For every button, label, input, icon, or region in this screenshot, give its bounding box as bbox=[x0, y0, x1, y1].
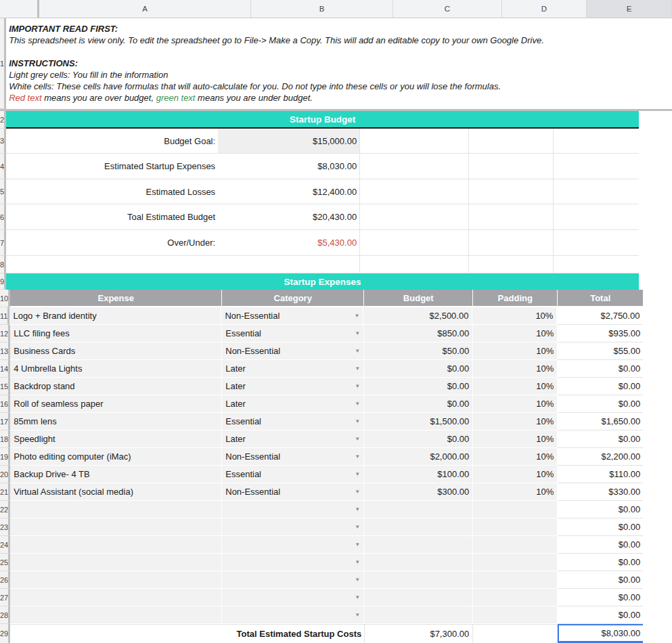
padding-percent-cell[interactable]: 10% bbox=[473, 360, 558, 378]
total-costs-label-cell[interactable]: Total Estimated Startup Costs bbox=[10, 624, 364, 643]
budget-amount-cell[interactable]: $0.00 bbox=[364, 360, 473, 378]
row-header[interactable]: 6 bbox=[0, 204, 6, 230]
category-cell[interactable]: ▼ bbox=[222, 518, 364, 536]
budget-amount-cell[interactable]: $2,000.00 bbox=[364, 448, 473, 466]
category-dropdown-icon[interactable]: ▼ bbox=[355, 349, 360, 354]
budget-label-cell[interactable]: Estimated Losses bbox=[6, 179, 218, 204]
expense-name-cell[interactable] bbox=[10, 554, 222, 571]
expense-name-cell[interactable]: Speedlight bbox=[10, 430, 222, 448]
budget-amount-cell[interactable] bbox=[364, 606, 473, 624]
expense-name-cell[interactable]: Virtual Assistant (social media) bbox=[10, 483, 222, 501]
total-amount-cell[interactable]: $0.00 bbox=[558, 536, 643, 554]
header-budget-cell[interactable]: Budget bbox=[364, 290, 473, 307]
category-dropdown-icon[interactable]: ▼ bbox=[355, 542, 360, 548]
row-header[interactable]: 26 bbox=[0, 571, 10, 589]
empty-cell-d[interactable] bbox=[469, 204, 554, 230]
category-dropdown-icon[interactable]: ▼ bbox=[355, 472, 360, 477]
row-header[interactable]: 28 bbox=[0, 606, 10, 624]
category-cell[interactable]: Non-Essential▼ bbox=[222, 448, 364, 466]
empty-cell-c[interactable] bbox=[360, 154, 469, 179]
category-cell[interactable]: Essential▼ bbox=[222, 466, 364, 483]
category-dropdown-icon[interactable]: ▼ bbox=[355, 437, 360, 442]
empty-cell-c[interactable] bbox=[360, 230, 469, 256]
padding-percent-cell[interactable] bbox=[473, 518, 558, 536]
empty-cell-e[interactable] bbox=[554, 179, 639, 204]
category-dropdown-icon[interactable]: ▼ bbox=[355, 331, 360, 336]
total-amount-cell[interactable]: $55.00 bbox=[558, 342, 643, 360]
expenses-section-title-cell[interactable]: Startup Expenses bbox=[6, 273, 639, 290]
empty-cell-c[interactable] bbox=[360, 256, 469, 273]
row-header[interactable]: 13 bbox=[0, 342, 10, 360]
empty-cell-e[interactable] bbox=[554, 256, 639, 273]
header-category-cell[interactable]: Category bbox=[222, 290, 364, 307]
category-dropdown-icon[interactable]: ▼ bbox=[355, 419, 360, 424]
budget-amount-cell[interactable]: $50.00 bbox=[364, 342, 473, 360]
empty-cell-d[interactable] bbox=[469, 230, 554, 256]
budget-label-cell[interactable]: Over/Under: bbox=[6, 230, 218, 256]
row-header[interactable]: 15 bbox=[0, 378, 10, 395]
category-dropdown-icon[interactable]: ▼ bbox=[355, 595, 360, 600]
budget-section-title-cell[interactable]: Startup Budget bbox=[6, 111, 639, 129]
row-header[interactable]: 3 bbox=[0, 129, 6, 154]
total-amount-cell[interactable]: $110.00 bbox=[558, 466, 643, 483]
budget-amount-cell[interactable]: $0.00 bbox=[364, 378, 473, 395]
padding-percent-cell[interactable]: 10% bbox=[473, 342, 558, 360]
row-header[interactable]: 24 bbox=[0, 536, 10, 554]
padding-percent-cell[interactable]: 10% bbox=[473, 483, 558, 501]
padding-percent-cell[interactable] bbox=[473, 501, 558, 518]
expense-name-cell[interactable] bbox=[10, 571, 222, 589]
padding-percent-cell[interactable]: 10% bbox=[473, 395, 558, 413]
budget-label-cell[interactable]: Toal Estimated Budget bbox=[6, 204, 218, 230]
category-cell[interactable]: ▼ bbox=[222, 589, 364, 606]
total-amount-cell[interactable]: $0.00 bbox=[558, 378, 643, 395]
row-header[interactable]: 25 bbox=[0, 554, 10, 571]
empty-cell-d[interactable] bbox=[469, 129, 554, 154]
padding-percent-cell[interactable]: 10% bbox=[473, 413, 558, 430]
row-header-2[interactable]: 2 bbox=[0, 111, 6, 129]
total-amount-cell[interactable]: $1,650.00 bbox=[558, 413, 643, 430]
empty-cell-e[interactable] bbox=[554, 129, 639, 154]
empty-cell-e[interactable] bbox=[554, 204, 639, 230]
row-header[interactable]: 11 bbox=[0, 307, 9, 325]
budget-amount-cell[interactable]: $1,500.00 bbox=[364, 413, 473, 430]
budget-amount-cell[interactable]: $300.00 bbox=[364, 483, 473, 501]
category-cell[interactable]: ▼ bbox=[222, 606, 364, 624]
expense-name-cell[interactable]: Backup Drive- 4 TB bbox=[10, 466, 222, 483]
padding-percent-cell[interactable] bbox=[473, 606, 558, 624]
row-header[interactable]: 12 bbox=[0, 325, 10, 342]
padding-percent-cell[interactable] bbox=[473, 536, 558, 554]
category-dropdown-icon[interactable]: ▼ bbox=[355, 560, 360, 565]
cell-a1-notice[interactable]: IMPORTANT READ FIRST: This spreadsheet i… bbox=[6, 18, 639, 109]
expense-name-cell[interactable]: Photo editing computer (iMac) bbox=[10, 448, 222, 466]
category-dropdown-icon[interactable]: ▼ bbox=[355, 313, 360, 319]
row-header[interactable]: 22 bbox=[0, 501, 10, 518]
row-header[interactable]: 19 bbox=[0, 448, 10, 466]
budget-value-cell[interactable]: $15,000.00 bbox=[218, 129, 360, 154]
expense-name-cell[interactable]: 85mm lens bbox=[10, 413, 222, 430]
column-header-d[interactable]: D bbox=[502, 0, 587, 18]
budget-label-cell[interactable] bbox=[6, 256, 218, 273]
total-amount-cell[interactable]: $2,200.00 bbox=[558, 448, 643, 466]
budget-amount-cell[interactable] bbox=[364, 554, 473, 571]
budget-value-cell[interactable]: $20,430.00 bbox=[218, 204, 360, 230]
budget-amount-cell[interactable]: $850.00 bbox=[364, 325, 473, 342]
category-cell[interactable]: ▼ bbox=[222, 554, 364, 571]
row-header-29[interactable]: 29 bbox=[0, 624, 10, 643]
expense-name-cell[interactable] bbox=[10, 501, 222, 518]
expense-name-cell[interactable]: Backdrop stand bbox=[10, 378, 222, 395]
empty-cell-e[interactable] bbox=[554, 230, 639, 256]
category-cell[interactable]: Non-Essential▼ bbox=[221, 307, 363, 325]
empty-cell-c[interactable] bbox=[360, 204, 469, 230]
budget-label-cell[interactable]: Estimated Startup Expenses bbox=[6, 154, 218, 179]
total-amount-cell[interactable]: $2,750.00 bbox=[557, 307, 642, 325]
row-header[interactable]: 20 bbox=[0, 466, 10, 483]
row-header-9[interactable]: 9 bbox=[0, 273, 6, 290]
category-cell[interactable]: Essential▼ bbox=[222, 325, 364, 342]
total-amount-cell[interactable]: $0.00 bbox=[558, 589, 643, 606]
expense-name-cell[interactable] bbox=[10, 589, 222, 606]
expense-name-cell[interactable] bbox=[10, 536, 222, 554]
padding-percent-cell[interactable]: 10% bbox=[473, 378, 558, 395]
padding-percent-cell[interactable]: 10% bbox=[473, 430, 558, 448]
category-dropdown-icon[interactable]: ▼ bbox=[355, 489, 360, 495]
expense-name-cell[interactable] bbox=[10, 606, 222, 624]
